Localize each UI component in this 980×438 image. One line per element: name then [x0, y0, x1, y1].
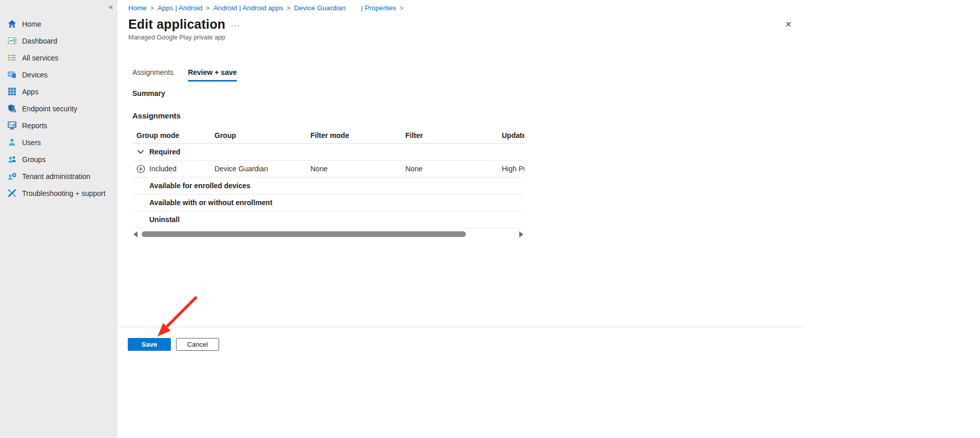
breadcrumb-separator: >: [287, 5, 290, 12]
groups-icon: [8, 155, 16, 164]
save-button[interactable]: Save: [128, 338, 171, 351]
column-header-group: Group: [210, 131, 306, 140]
plus-circle-icon[interactable]: [136, 165, 145, 173]
scroll-left-icon[interactable]: [133, 231, 138, 237]
apps-icon: [8, 87, 16, 96]
sidebar-item-label: Users: [22, 138, 41, 147]
breadcrumb-properties[interactable]: | Properties: [361, 4, 397, 12]
sidebar-item-label: Groups: [22, 155, 46, 164]
devices-icon: [8, 70, 16, 79]
sidebar-item-apps[interactable]: Apps: [0, 83, 117, 100]
sidebar-item-label: Home: [22, 20, 41, 28]
sidebar-item-dashboard[interactable]: Dashboard: [0, 32, 117, 49]
sidebar-item-tenant-administration[interactable]: Tenant administration: [0, 168, 117, 185]
sidebar: « Home Dashboard All services Devices: [0, 0, 117, 438]
sidebar-item-label: Apps: [22, 88, 38, 96]
sidebar-item-home[interactable]: Home: [0, 15, 117, 32]
sidebar-item-groups[interactable]: Groups: [0, 151, 117, 168]
column-header-filter: Filter: [401, 131, 498, 140]
cell-group: Device Guardian: [210, 165, 306, 173]
users-icon: [8, 138, 16, 147]
page-title: Edit application: [128, 17, 225, 32]
table-section-required[interactable]: Required: [132, 144, 524, 161]
breadcrumb-separator: >: [400, 5, 403, 12]
sidebar-nav: Home Dashboard All services Devices Apps: [0, 15, 117, 202]
breadcrumb-separator: >: [150, 5, 154, 12]
dashboard-icon: [8, 36, 16, 45]
column-header-filter-mode: Filter mode: [306, 131, 401, 140]
footer-divider: [117, 327, 805, 327]
section-label: Required: [149, 148, 181, 156]
table-section-uninstall: Uninstall: [132, 211, 524, 228]
sidebar-item-label: Troubleshooting + support: [22, 189, 106, 197]
cell-update: High Pr: [498, 165, 524, 173]
cancel-button[interactable]: Cancel: [176, 338, 219, 351]
close-icon[interactable]: ✕: [785, 21, 792, 29]
section-label: Available for enrolled devices: [149, 182, 250, 190]
cell-filter-mode: None: [306, 165, 401, 173]
table-section-available-without-enrollment: Available with or without enrollment: [132, 194, 524, 211]
section-label: Available with or without enrollment: [149, 198, 272, 207]
assignments-heading: Assignments: [132, 111, 181, 120]
troubleshooting-icon: [8, 189, 16, 197]
reports-icon: [8, 121, 16, 130]
section-label: Uninstall: [149, 215, 180, 224]
table-header-row: Group mode Group Filter mode Filter Upda…: [132, 127, 524, 144]
breadcrumb-apps-android[interactable]: Apps | Android: [158, 4, 203, 12]
cell-filter: None: [401, 165, 498, 173]
breadcrumb: Home>Apps | Android>Android | Android ap…: [128, 4, 407, 12]
summary-heading: Summary: [132, 89, 165, 97]
cell-group-mode: Included: [149, 165, 177, 173]
tab-review-save[interactable]: Review + save: [188, 68, 237, 82]
page-subtitle: Managed Google Play private app: [128, 34, 225, 41]
breadcrumb-home[interactable]: Home: [128, 4, 147, 12]
sidebar-item-label: Endpoint security: [22, 105, 77, 113]
main-content: Home>Apps | Android>Android | Android ap…: [117, 0, 980, 438]
sidebar-item-users[interactable]: Users: [0, 134, 117, 151]
sidebar-item-label: Dashboard: [22, 37, 57, 45]
breadcrumb-separator: >: [206, 5, 210, 12]
sidebar-item-label: All services: [22, 54, 58, 62]
home-icon: [8, 19, 16, 28]
sidebar-item-label: Devices: [22, 71, 48, 79]
chevron-down-icon[interactable]: [136, 148, 145, 156]
tab-bar: Assignments Review + save: [132, 68, 237, 82]
sidebar-item-reports[interactable]: Reports: [0, 117, 117, 134]
breadcrumb-android-apps[interactable]: Android | Android apps: [213, 4, 283, 12]
sidebar-item-endpoint-security[interactable]: Endpoint security: [0, 100, 117, 117]
table-row-included[interactable]: Included Device Guardian None None High …: [132, 161, 524, 177]
scroll-right-icon[interactable]: [519, 231, 523, 237]
all-services-icon: [8, 53, 16, 62]
horizontal-scrollbar[interactable]: [132, 230, 524, 238]
title-more-menu-icon[interactable]: ···: [231, 21, 240, 29]
assignments-table: Group mode Group Filter mode Filter Upda…: [132, 127, 524, 228]
sidebar-item-label: Tenant administration: [22, 172, 90, 181]
sidebar-item-troubleshooting[interactable]: Troubleshooting + support: [0, 185, 117, 202]
sidebar-item-devices[interactable]: Devices: [0, 66, 117, 83]
column-header-group-mode: Group mode: [132, 131, 210, 140]
table-section-available-enrolled: Available for enrolled devices: [132, 177, 524, 194]
sidebar-item-all-services[interactable]: All services: [0, 49, 117, 66]
endpoint-security-icon: [8, 104, 16, 113]
tab-assignments[interactable]: Assignments: [132, 68, 173, 82]
sidebar-collapse-icon[interactable]: «: [109, 3, 113, 10]
scrollbar-thumb[interactable]: [142, 231, 466, 237]
tenant-admin-icon: [8, 172, 16, 181]
breadcrumb-device-guardian[interactable]: Device Guardian: [294, 4, 346, 12]
sidebar-item-label: Reports: [22, 122, 47, 130]
column-header-update: Update: [498, 131, 524, 140]
